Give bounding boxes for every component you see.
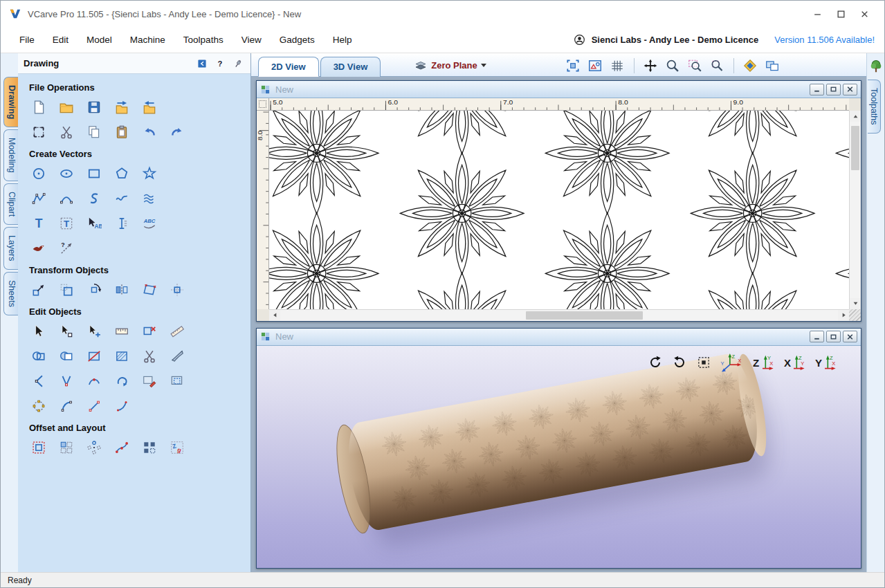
tab-3d-view[interactable]: 3D View: [320, 57, 381, 77]
window-2d-close-button[interactable]: [843, 84, 857, 95]
group-objects-icon[interactable]: [29, 347, 48, 365]
canvas-3d[interactable]: ZXYZYXXZYYZX: [257, 346, 861, 569]
window-2d-restore-button[interactable]: [826, 84, 841, 95]
window-3d-minimize-button[interactable]: [810, 331, 824, 342]
interactive-edit-icon[interactable]: [84, 322, 103, 340]
redo-icon[interactable]: [167, 122, 186, 141]
vector-texture-icon[interactable]: [140, 189, 158, 208]
resize-grip[interactable]: [849, 309, 861, 321]
zoom-window-icon[interactable]: [686, 56, 704, 75]
draw-rectangle-icon[interactable]: [84, 164, 103, 183]
dock-panel-icon[interactable]: [195, 57, 209, 71]
menu-gadgets[interactable]: Gadgets: [271, 30, 324, 49]
menu-help[interactable]: Help: [324, 30, 361, 49]
offset-vectors-icon[interactable]: [29, 438, 48, 457]
arc-fit-icon[interactable]: [112, 396, 131, 415]
window-maximize-button[interactable]: [829, 5, 852, 23]
move-objects-icon[interactable]: [29, 280, 48, 299]
window-3d-restore-button[interactable]: [826, 331, 841, 342]
nest-objects-icon[interactable]: [167, 438, 186, 457]
draw-freehand-icon[interactable]: [112, 189, 131, 208]
side-tab-toolpaths[interactable]: Toolpaths: [868, 80, 881, 134]
zoom-to-drawing-icon[interactable]: [586, 56, 605, 75]
job-setup-icon[interactable]: [29, 122, 48, 141]
draw-text-box-icon[interactable]: [57, 214, 75, 232]
window-minimize-button[interactable]: [805, 5, 829, 23]
delete-vectors-icon[interactable]: [140, 322, 158, 340]
window-3d-close-button[interactable]: [843, 331, 857, 342]
copy-along-path-icon[interactable]: [112, 438, 131, 457]
zero-plane-dropdown[interactable]: Zero Plane: [414, 59, 486, 73]
horizontal-scroll-track[interactable]: [280, 310, 838, 321]
circular-copy-icon[interactable]: [84, 438, 103, 457]
view-along-x-button[interactable]: XZY: [781, 353, 806, 372]
view-along-y-button[interactable]: YZX: [812, 353, 837, 372]
fillet-corner-icon[interactable]: [29, 371, 48, 390]
rotate-view-ccw-icon[interactable]: [670, 353, 688, 371]
side-tab-sheets[interactable]: Sheets: [3, 272, 18, 315]
zoom-box-3d-icon[interactable]: [695, 353, 713, 371]
scroll-right-arrow[interactable]: [838, 310, 849, 321]
horizontal-scroll-thumb[interactable]: [526, 311, 643, 320]
crop-bitmap-icon[interactable]: [167, 371, 186, 390]
draw-dimension-icon[interactable]: [57, 239, 75, 257]
distort-objects-icon[interactable]: [140, 280, 158, 299]
save-file-icon[interactable]: [84, 98, 103, 116]
block-array-icon[interactable]: [140, 438, 158, 457]
trim-vectors-icon[interactable]: [140, 347, 158, 365]
tile-views-icon[interactable]: [763, 56, 782, 75]
side-tab-layers[interactable]: Layers: [3, 227, 18, 270]
draw-text-icon[interactable]: [29, 214, 48, 232]
menu-toolpaths[interactable]: Toolpaths: [174, 30, 232, 49]
open-file-icon[interactable]: [57, 98, 75, 116]
zoom-selected-icon[interactable]: [708, 56, 727, 75]
scroll-left-arrow[interactable]: [269, 310, 280, 321]
set-size-icon[interactable]: [57, 280, 75, 299]
knife-tool-icon[interactable]: [167, 347, 186, 365]
view-along-z-button[interactable]: ZYX: [750, 353, 775, 372]
pin-panel-icon[interactable]: [231, 57, 245, 71]
rotate-objects-icon[interactable]: [84, 280, 103, 299]
menu-model[interactable]: Model: [77, 30, 121, 49]
scroll-down-arrow[interactable]: [850, 298, 861, 309]
line-fit-icon[interactable]: [84, 396, 103, 415]
draw-arc-icon[interactable]: [57, 189, 75, 208]
array-copy-icon[interactable]: [57, 438, 75, 457]
menu-file[interactable]: File: [10, 30, 44, 49]
hatch-vectors-icon[interactable]: [112, 347, 131, 365]
mirror-objects-icon[interactable]: [112, 280, 131, 299]
select-tool-icon[interactable]: [29, 322, 48, 340]
side-tab-clipart[interactable]: Clipart: [3, 183, 18, 225]
vertical-scroll-track[interactable]: [850, 122, 861, 298]
window-2d-minimize-button[interactable]: [810, 84, 824, 95]
rotate-view-cw-icon[interactable]: [646, 353, 664, 371]
undo-icon[interactable]: [140, 122, 158, 141]
sharpen-corner-icon[interactable]: [57, 371, 75, 390]
side-tab-drawing[interactable]: Drawing: [3, 77, 18, 127]
align-objects-icon[interactable]: [167, 280, 186, 299]
text-on-curve-icon[interactable]: [140, 214, 158, 232]
window-close-button[interactable]: [852, 5, 876, 23]
measure-tool-icon[interactable]: [112, 322, 131, 340]
cut-icon[interactable]: [57, 122, 75, 141]
new-file-icon[interactable]: [29, 98, 48, 116]
zoom-to-box-icon[interactable]: [564, 56, 583, 75]
vertical-scrollbar[interactable]: [849, 111, 861, 309]
export-vectors-icon[interactable]: [140, 98, 158, 116]
switch-2d-3d-icon[interactable]: [741, 56, 760, 75]
copy-icon[interactable]: [84, 122, 103, 141]
paste-icon[interactable]: [112, 122, 131, 141]
pan-view-icon[interactable]: [641, 56, 660, 75]
import-vectors-icon[interactable]: [112, 98, 131, 116]
fit-curves-icon[interactable]: [84, 371, 103, 390]
weld-vectors-icon[interactable]: [57, 347, 75, 365]
draw-polygon-icon[interactable]: [112, 164, 131, 183]
vertical-scroll-thumb[interactable]: [851, 126, 859, 170]
join-vectors-icon[interactable]: [112, 371, 131, 390]
insert-clipart-icon[interactable]: [29, 239, 48, 257]
curve-to-arc-icon[interactable]: [57, 396, 75, 415]
node-edit-tool-icon[interactable]: [57, 322, 75, 340]
menu-machine[interactable]: Machine: [121, 30, 174, 49]
toggle-grid-icon[interactable]: [608, 56, 627, 75]
view-isometric-button[interactable]: ZXY: [719, 353, 744, 372]
